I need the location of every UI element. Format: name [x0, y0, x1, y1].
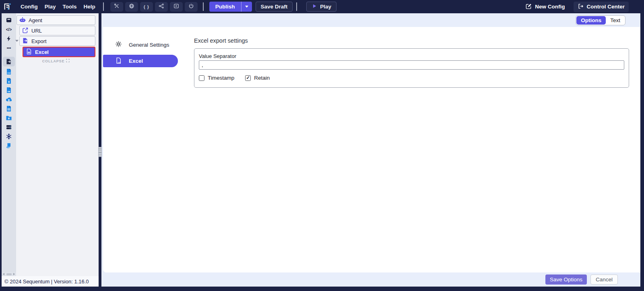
- export-file-icon[interactable]: [3, 57, 15, 66]
- server-icon[interactable]: [3, 123, 15, 132]
- cloud-upload-icon[interactable]: [3, 95, 15, 104]
- excel-file-icon: X: [26, 48, 32, 56]
- workflow-icon: [159, 3, 164, 10]
- divider: [296, 2, 297, 11]
- retain-option: Retain: [245, 75, 270, 81]
- scroll-left-arrow-icon[interactable]: [3, 273, 4, 275]
- publish-dropdown-button[interactable]: [241, 2, 252, 12]
- browser-icon: [129, 3, 134, 10]
- robot-icon: [19, 17, 26, 24]
- tree-item-excel-selected[interactable]: X Excel: [23, 47, 95, 57]
- menu-bar: Config Play Tools Help: [21, 4, 95, 10]
- panel-icon[interactable]: [3, 16, 15, 25]
- tab-general-settings[interactable]: General Settings: [103, 38, 194, 51]
- horizontal-scrollbar[interactable]: [2, 272, 16, 276]
- tree-item-label: Excel: [35, 49, 49, 55]
- publish-button[interactable]: Publish: [209, 2, 241, 12]
- browser-button[interactable]: [125, 2, 138, 12]
- gear-icon: [115, 41, 122, 49]
- version-text: © 2024 Sequentum | Version: 1.16.0: [4, 279, 89, 285]
- edit-icon: [526, 3, 532, 10]
- svg-text:CSV: CSV: [118, 62, 121, 64]
- control-center-button[interactable]: Control Center: [574, 2, 629, 12]
- external-link-icon: [22, 27, 29, 35]
- retain-label: Retain: [254, 75, 270, 81]
- app-logo-icon[interactable]: [3, 2, 12, 11]
- play-icon: [312, 3, 317, 10]
- cancel-button[interactable]: Cancel: [590, 274, 618, 285]
- power-icon: [188, 3, 194, 10]
- tools-button[interactable]: [110, 2, 123, 12]
- snowflake-icon[interactable]: [3, 132, 15, 141]
- menu-config[interactable]: Config: [21, 4, 38, 10]
- svg-text:CSV: CSV: [7, 72, 11, 74]
- lightning-icon[interactable]: [3, 34, 15, 43]
- collapse-tree-button[interactable]: COLLAPSE: [17, 58, 95, 64]
- menu-tools[interactable]: Tools: [63, 4, 77, 10]
- menu-help[interactable]: Help: [84, 4, 95, 10]
- window-close-button[interactable]: [170, 2, 183, 12]
- save-options-button[interactable]: Save Options: [545, 274, 587, 285]
- parquet-icon[interactable]: [3, 141, 15, 150]
- csv-file-icon: CSV: [115, 57, 122, 65]
- expand-icon: [66, 59, 70, 63]
- new-config-button[interactable]: New Config: [526, 3, 565, 10]
- tools-icon: [114, 3, 120, 10]
- braces-button[interactable]: { }: [140, 2, 153, 12]
- folder-upload-icon[interactable]: [3, 114, 15, 122]
- toggle-text[interactable]: Text: [606, 16, 625, 25]
- code-icon[interactable]: </>: [3, 25, 15, 34]
- scroll-right-arrow-icon[interactable]: [13, 273, 15, 275]
- braces-icon: { }: [144, 4, 149, 9]
- quick-toolbar: { }: [110, 2, 198, 12]
- tree-item-export[interactable]: Export: [19, 36, 95, 46]
- timestamp-label: Timestamp: [208, 75, 234, 81]
- control-center-label: Control Center: [587, 4, 625, 10]
- tab-label: Excel: [129, 58, 143, 64]
- menu-play[interactable]: Play: [45, 4, 56, 10]
- csv-file-icon[interactable]: CSV: [3, 67, 15, 76]
- play-button[interactable]: Play: [306, 2, 336, 12]
- export-settings-group: Value Separator Timestamp Retain: [194, 48, 629, 88]
- power-button[interactable]: [185, 2, 198, 12]
- svg-text:X: X: [8, 80, 10, 83]
- publish-split-button: Publish: [209, 2, 252, 12]
- value-separator-input[interactable]: [199, 60, 624, 70]
- tree-item-label: Agent: [29, 17, 42, 23]
- tree-item-label: URL: [31, 28, 42, 34]
- checkbox-row: Timestamp Retain: [199, 75, 624, 81]
- excel-file-icon[interactable]: X: [3, 76, 15, 85]
- chevron-down-icon: [245, 6, 248, 8]
- settings-content: Excel export settings Value Separator Ti…: [194, 27, 640, 272]
- app-window: Config Play Tools Help { }: [0, 0, 644, 291]
- divider-grip-handle[interactable]: [98, 147, 102, 157]
- db-file-icon[interactable]: DB: [3, 86, 15, 95]
- tab-excel-selected[interactable]: CSV Excel: [103, 55, 178, 67]
- settings-panel: General Settings CSV Excel Excel export …: [103, 27, 640, 272]
- top-menu-bar: Config Play Tools Help { }: [0, 0, 644, 13]
- save-draft-button[interactable]: Save Draft: [256, 2, 293, 12]
- workflow-button[interactable]: [155, 2, 168, 12]
- export-file-icon: [22, 37, 29, 45]
- toggle-options[interactable]: Options: [576, 16, 606, 25]
- tree-item-url[interactable]: URL: [19, 26, 95, 35]
- timestamp-checkbox[interactable]: [199, 75, 204, 81]
- page-title: Excel export settings: [194, 37, 629, 44]
- retain-checkbox[interactable]: [245, 75, 251, 81]
- view-toggle-row: Options Text: [101, 13, 640, 27]
- window-close-icon: [173, 3, 179, 10]
- tree-expand-caret-icon[interactable]: [15, 40, 19, 42]
- new-config-label: New Config: [535, 4, 565, 10]
- tree-item-label: Export: [31, 38, 47, 44]
- view-mode-toggle: Options Text: [576, 15, 625, 25]
- settings-tabs: General Settings CSV Excel: [103, 27, 194, 272]
- scrollbar-thumb[interactable]: [6, 273, 12, 275]
- sidebar-icon-rail: </> ••• CSV X DB: [2, 13, 16, 287]
- more-dots-icon[interactable]: •••: [3, 43, 15, 52]
- version-footer: © 2024 Sequentum | Version: 1.16.0: [2, 276, 99, 287]
- sheet-file-icon[interactable]: [3, 104, 15, 113]
- tree-item-agent[interactable]: Agent: [17, 15, 95, 25]
- panel-split-divider[interactable]: [99, 13, 101, 287]
- divider: [203, 2, 204, 11]
- app-body: </> ••• CSV X DB Agent: [2, 13, 640, 287]
